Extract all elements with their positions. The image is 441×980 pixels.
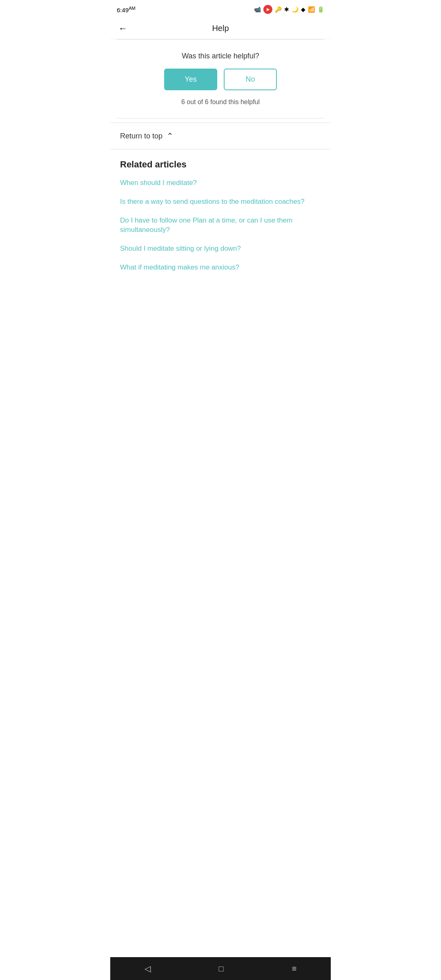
nav-bar: ← Help <box>110 18 331 39</box>
related-link-1[interactable]: When should I meditate? <box>120 178 321 188</box>
record-icon: ▶ <box>263 5 272 14</box>
camera-icon: 📹 <box>254 6 261 13</box>
mid-divider <box>117 118 324 118</box>
related-section: Related articles When should I meditate?… <box>110 149 331 291</box>
status-icons: 📹 ▶ 🔑 ✱ 🌙 ◆ 📶 🔋 <box>254 5 324 14</box>
helpful-question: Was this article helpful? <box>182 52 259 60</box>
helpful-buttons: Yes No <box>164 69 277 90</box>
return-to-top-label: Return to top <box>120 132 163 140</box>
related-link-4[interactable]: Should I meditate sitting or lying down? <box>120 244 321 254</box>
helpful-count: 6 out of 6 found this helpful <box>181 98 260 106</box>
yes-button[interactable]: Yes <box>164 69 217 90</box>
related-link-5[interactable]: What if meditating makes me anxious? <box>120 263 321 272</box>
moon-icon: 🌙 <box>292 6 298 13</box>
battery-icon: 🔋 <box>317 6 324 13</box>
related-link-3[interactable]: Do I have to follow one Plan at a time, … <box>120 216 321 235</box>
status-bar: 6:49AM 📹 ▶ 🔑 ✱ 🌙 ◆ 📶 🔋 <box>110 0 331 18</box>
related-link-2[interactable]: Is there a way to send questions to the … <box>120 197 321 207</box>
helpful-section: Was this article helpful? Yes No 6 out o… <box>110 40 331 118</box>
return-to-top[interactable]: Return to top ⌃ <box>110 122 331 149</box>
wifi-icon: 📶 <box>308 6 315 13</box>
related-articles-title: Related articles <box>120 159 321 170</box>
status-time: 6:49AM <box>117 6 136 13</box>
page-title: Help <box>212 24 229 33</box>
key-icon: 🔑 <box>275 6 282 13</box>
no-button[interactable]: No <box>224 69 277 90</box>
chevron-up-icon: ⌃ <box>167 131 174 141</box>
location-icon: ◆ <box>301 6 305 13</box>
bluetooth-icon: ✱ <box>284 6 289 13</box>
back-button[interactable]: ← <box>117 22 129 36</box>
